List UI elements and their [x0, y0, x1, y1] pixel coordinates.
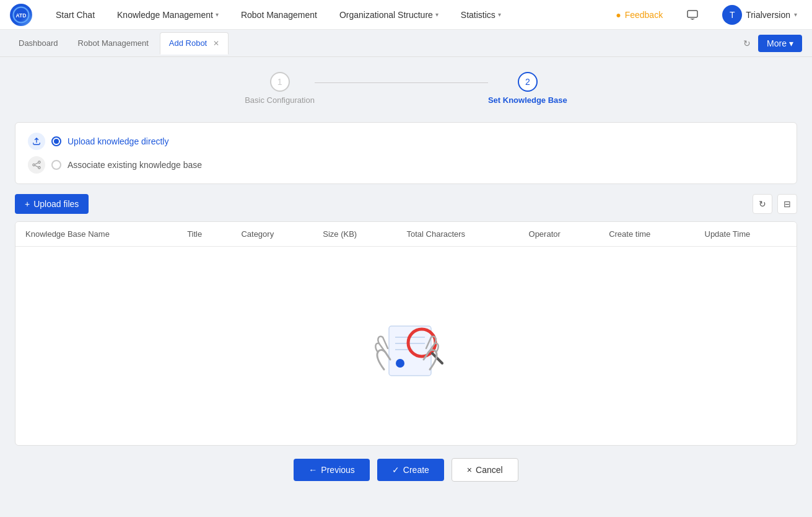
svg-point-10 — [396, 359, 404, 368]
feedback-icon: ● — [616, 10, 621, 20]
chevron-down-icon: ▾ — [216, 11, 219, 18]
col-size: Size (KB) — [313, 222, 396, 247]
knowledge-source-card: Upload knowledge directly Associate exis… — [15, 122, 797, 184]
svg-point-5 — [38, 167, 41, 169]
chevron-down-icon: ▾ — [794, 11, 797, 18]
main-content: 1 Basic Configuration 2 Set Knowledge Ba… — [0, 57, 812, 517]
knowledge-table: Knowledge Base Name Title Category Size … — [15, 221, 797, 446]
filter-button[interactable]: ⊟ — [777, 194, 797, 214]
col-create-time: Create time — [599, 222, 694, 247]
table-header-row: Knowledge Base Name Title Category Size … — [15, 222, 797, 247]
plus-icon: + — [25, 199, 30, 209]
svg-text:ATD: ATD — [16, 12, 27, 18]
svg-point-3 — [38, 161, 41, 164]
empty-illustration — [357, 290, 456, 389]
source-option-upload[interactable]: Upload knowledge directly — [28, 133, 784, 150]
tab-dashboard[interactable]: Dashboard — [10, 32, 67, 55]
user-menu-button[interactable]: T Trialversion ▾ — [717, 2, 802, 27]
step-1: 1 Basic Configuration — [245, 72, 315, 105]
step-connector — [315, 82, 488, 83]
col-total-characters: Total Characters — [396, 222, 518, 247]
step-2: 2 Set Knowledge Base — [488, 72, 567, 105]
nav-organizational-structure[interactable]: Organizational Structure ▾ — [336, 7, 442, 22]
empty-state — [15, 247, 797, 445]
stepper: 1 Basic Configuration 2 Set Knowledge Ba… — [15, 72, 797, 105]
upload-files-button[interactable]: + Upload files — [15, 194, 89, 214]
tab-robot-management[interactable]: Robot Management — [69, 32, 157, 55]
chat-icon-button[interactable] — [683, 5, 702, 25]
col-title: Title — [177, 222, 231, 247]
tab-add-robot[interactable]: Add Robot ✕ — [160, 32, 229, 55]
refresh-table-button[interactable]: ↻ — [753, 194, 772, 214]
app-logo[interactable]: ATD — [10, 4, 32, 26]
tab-close-icon[interactable]: ✕ — [213, 39, 219, 48]
svg-rect-2 — [688, 11, 697, 17]
times-icon: × — [467, 465, 472, 475]
nav-statistics[interactable]: Statistics ▾ — [457, 7, 505, 22]
share-icon — [28, 156, 45, 174]
col-update-time: Update Time — [695, 222, 797, 247]
avatar: T — [722, 5, 742, 25]
nav-knowledge-management[interactable]: Knowledge Management ▾ — [113, 7, 222, 22]
top-navigation: ATD Start Chat Knowledge Management ▾ Ro… — [0, 0, 812, 30]
col-category: Category — [231, 222, 313, 247]
step-2-circle: 2 — [518, 72, 538, 92]
source-option-associate[interactable]: Associate existing knowledge base — [28, 156, 784, 174]
col-knowledge-base-name: Knowledge Base Name — [15, 222, 177, 247]
more-button[interactable]: More ▾ — [758, 35, 802, 52]
radio-associate[interactable] — [51, 160, 61, 170]
previous-button[interactable]: ← Previous — [294, 459, 369, 481]
table-toolbar: + Upload files ↻ ⊟ — [15, 194, 797, 221]
tab-bar: Dashboard Robot Management Add Robot ✕ ↻… — [0, 30, 812, 57]
data-table: Knowledge Base Name Title Category Size … — [15, 222, 797, 445]
svg-point-4 — [33, 164, 35, 166]
upload-cloud-icon — [28, 133, 45, 150]
step-1-label: Basic Configuration — [245, 95, 315, 105]
create-button[interactable]: ✓ Create — [377, 459, 444, 481]
associate-option-label: Associate existing knowledge base — [68, 160, 202, 170]
radio-upload[interactable] — [51, 136, 61, 146]
nav-robot-management[interactable]: Robot Management — [237, 7, 321, 22]
toolbar-right: ↻ ⊟ — [753, 194, 797, 214]
check-icon: ✓ — [392, 465, 399, 475]
bottom-action-bar: ← Previous ✓ Create × Cancel — [15, 446, 797, 488]
step-2-label: Set Knowledge Base — [488, 95, 567, 105]
arrow-left-icon: ← — [308, 465, 317, 475]
upload-option-label: Upload knowledge directly — [68, 136, 168, 146]
feedback-button[interactable]: ● Feedback — [611, 7, 668, 22]
nav-start-chat[interactable]: Start Chat — [52, 7, 98, 22]
step-1-circle: 1 — [270, 72, 290, 92]
refresh-icon[interactable]: ↻ — [743, 38, 751, 48]
chevron-down-icon: ▾ — [435, 11, 439, 18]
chevron-down-icon: ▾ — [789, 38, 793, 48]
cancel-button[interactable]: × Cancel — [452, 458, 518, 482]
logo-icon: ATD — [10, 4, 32, 26]
chevron-down-icon: ▾ — [498, 11, 501, 18]
col-operator: Operator — [519, 222, 600, 247]
